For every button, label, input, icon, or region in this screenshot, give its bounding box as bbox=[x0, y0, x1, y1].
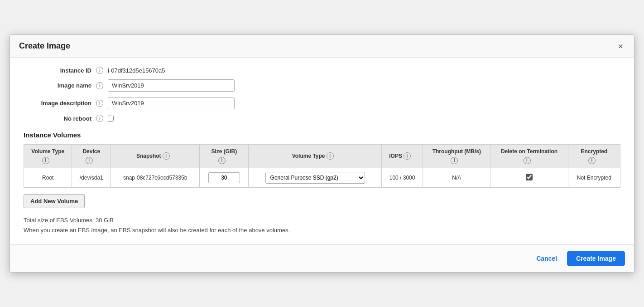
table-header-row: Volume Type i Device i bbox=[24, 145, 620, 168]
col-device: Device i bbox=[72, 145, 111, 168]
image-name-row: Image name i bbox=[24, 79, 620, 92]
col-device-info-icon: i bbox=[86, 157, 93, 164]
add-new-volume-button[interactable]: Add New Volume bbox=[24, 194, 85, 208]
col-iops: IOPS i bbox=[381, 145, 423, 168]
col-iops-info-icon: i bbox=[404, 152, 411, 160]
info-text: Total size of EBS Volumes: 30 GiB When y… bbox=[24, 215, 620, 235]
create-image-dialog: Create Image × Instance ID i i-07df312d5… bbox=[10, 34, 634, 273]
size-input[interactable] bbox=[208, 172, 240, 183]
col-volume-type-info-icon: i bbox=[42, 157, 49, 164]
image-description-input[interactable] bbox=[108, 97, 235, 109]
col-encrypted-info-icon: i bbox=[588, 157, 596, 164]
col-volume-type-col: Volume Type i bbox=[249, 145, 382, 168]
volume-type-select[interactable]: General Purpose SSD (gp2)General Purpose… bbox=[265, 172, 365, 184]
col-throughput-info-icon: i bbox=[451, 157, 458, 164]
col-dot-info-icon: i bbox=[524, 157, 531, 164]
create-image-button[interactable]: Create Image bbox=[567, 251, 625, 266]
volumes-section-title: Instance Volumes bbox=[24, 131, 620, 139]
cell-size[interactable] bbox=[200, 168, 249, 187]
dialog-title: Create Image bbox=[19, 41, 70, 51]
cell-volume-type: Root bbox=[24, 168, 72, 187]
col-throughput: Throughput (MB/s) i bbox=[423, 145, 490, 168]
no-reboot-label: No reboot bbox=[24, 115, 96, 122]
instance-id-value: i-07df312d5e15670a5 bbox=[108, 67, 165, 74]
cell-throughput: N/A bbox=[423, 168, 490, 187]
col-size: Size (GiB) i bbox=[200, 145, 249, 168]
cell-delete-on-termination[interactable] bbox=[490, 168, 568, 187]
col-volume-type: Volume Type i bbox=[24, 145, 72, 168]
col-volume-type-col-info-icon: i bbox=[327, 152, 334, 160]
image-description-row: Image description i bbox=[24, 97, 620, 109]
volumes-table: Volume Type i Device i bbox=[24, 144, 620, 188]
col-snapshot-info-icon: i bbox=[163, 152, 170, 160]
dialog-body: Instance ID i i-07df312d5e15670a5 Image … bbox=[10, 58, 634, 244]
info-text-2: When you create an EBS image, an EBS sna… bbox=[24, 225, 620, 235]
col-encrypted: Encrypted i bbox=[568, 145, 620, 168]
form-section: Instance ID i i-07df312d5e15670a5 Image … bbox=[24, 67, 620, 122]
instance-id-label: Instance ID bbox=[24, 67, 96, 74]
close-button[interactable]: × bbox=[616, 42, 625, 51]
cell-volume-type-select[interactable]: General Purpose SSD (gp2)General Purpose… bbox=[249, 168, 382, 187]
image-description-info-icon: i bbox=[96, 100, 103, 107]
info-text-1: Total size of EBS Volumes: 30 GiB bbox=[24, 215, 620, 225]
dialog-footer: Cancel Create Image bbox=[10, 244, 634, 272]
instance-id-info-icon: i bbox=[96, 67, 103, 74]
col-delete-on-termination: Delete on Termination i bbox=[490, 145, 568, 168]
no-reboot-info-icon: i bbox=[96, 115, 103, 122]
cell-snapshot: snap-08c727c6ecd57335b bbox=[111, 168, 200, 187]
image-description-label: Image description bbox=[24, 100, 96, 107]
no-reboot-checkbox[interactable] bbox=[108, 116, 114, 122]
cell-iops: 100 / 3000 bbox=[381, 168, 423, 187]
image-name-info-icon: i bbox=[96, 82, 103, 89]
col-size-info-icon: i bbox=[218, 157, 226, 164]
image-name-input[interactable] bbox=[108, 79, 235, 92]
delete-on-termination-checkbox[interactable] bbox=[526, 174, 533, 180]
cell-encrypted: Not Encrypted bbox=[568, 168, 620, 187]
no-reboot-row: No reboot i bbox=[24, 115, 620, 122]
cell-device: /dev/sda1 bbox=[72, 168, 111, 187]
cancel-button[interactable]: Cancel bbox=[532, 252, 562, 265]
dialog-header: Create Image × bbox=[10, 35, 634, 58]
col-snapshot: Snapshot i bbox=[111, 145, 200, 168]
table-row: Root/dev/sda1snap-08c727c6ecd57335bGener… bbox=[24, 168, 620, 187]
instance-id-row: Instance ID i i-07df312d5e15670a5 bbox=[24, 67, 620, 74]
image-name-label: Image name bbox=[24, 82, 96, 89]
